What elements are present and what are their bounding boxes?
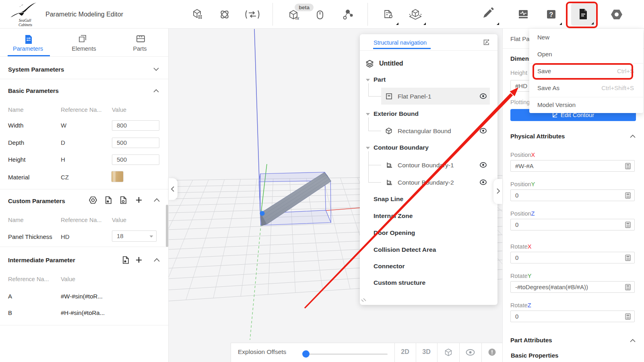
svg-text:?: ? (549, 11, 553, 18)
svg-text:fx: fx (295, 16, 299, 21)
